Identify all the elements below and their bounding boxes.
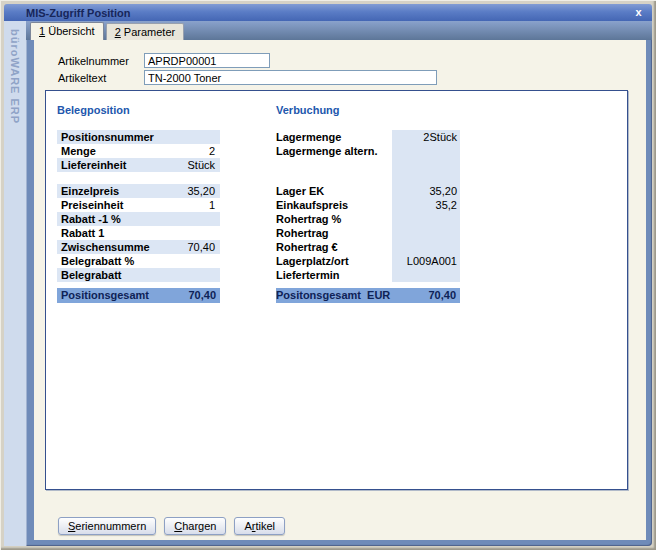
row-spacer <box>57 172 220 184</box>
row-label <box>276 158 392 172</box>
tab-uebersicht[interactable]: 1 Übersicht <box>30 22 104 40</box>
row-value <box>215 226 220 240</box>
row-value: 35,20 <box>187 184 220 198</box>
row-label: Liefertermin <box>276 268 392 282</box>
row-label: Belegrabatt <box>57 268 215 282</box>
table-row: Lager EK35,20 <box>276 184 460 198</box>
row-unit: Stück <box>429 130 457 144</box>
row-label: Rohertrag € <box>276 240 392 254</box>
app-window: MIS-Zugriff Position x büroWARE ERP 1 Üb… <box>0 0 656 550</box>
value-cell <box>392 268 460 282</box>
row-label: Positionsnummer <box>57 130 215 144</box>
row-label: Zwischensumme <box>57 240 187 254</box>
button-label: hargen <box>182 520 216 532</box>
table-row: Liefertermin <box>276 268 460 282</box>
detail-panel: Belegposition Positionsnummer Menge2 Lie… <box>45 90 628 490</box>
row-label: Einzelpreis <box>57 184 187 198</box>
row-value <box>392 226 457 240</box>
table-row: Rohertrag % <box>276 212 460 226</box>
button-label: A <box>244 520 251 532</box>
row-label: Rabatt 1 <box>57 226 215 240</box>
seriennummern-button[interactable]: Seriennummern <box>58 517 156 535</box>
row-value: 35,2 <box>392 198 457 212</box>
row-label: Lager EK <box>276 184 392 198</box>
value-cell: L009A001 <box>392 254 460 268</box>
value-cell <box>392 144 460 158</box>
row-label: Einkaufspreis <box>276 198 392 212</box>
belegposition-rows: Positionsnummer Menge2 LiefereinheitStüc… <box>57 130 220 282</box>
table-row: Einzelpreis35,20 <box>57 184 220 198</box>
field-row: Artikelnummer <box>58 52 646 69</box>
row-value: L009A001 <box>392 254 457 268</box>
row-value: 2 <box>392 130 429 144</box>
field-row: Artikeltext <box>58 69 646 86</box>
table-row: Einkaufspreis35,2 <box>276 198 460 212</box>
titlebar: MIS-Zugriff Position x <box>4 4 652 21</box>
artikelnummer-input[interactable] <box>144 53 270 68</box>
button-label: eriennummern <box>75 520 146 532</box>
value-cell: 35,2 <box>392 198 460 212</box>
row-value <box>392 212 457 226</box>
table-row: Lagermenge altern. <box>276 144 460 158</box>
value-cell <box>392 240 460 254</box>
section-title: Belegposition <box>57 104 220 118</box>
row-label: Lagermenge altern. <box>276 144 392 158</box>
row-value <box>392 240 457 254</box>
table-row: Rabatt 1 <box>57 226 220 240</box>
table-row: Lagerplatz/ortL009A001 <box>276 254 460 268</box>
value-cell <box>392 226 460 240</box>
table-row: Zwischensumme70,40 <box>57 240 220 254</box>
table-row: Lagermenge2Stück <box>276 130 460 144</box>
table-row <box>276 158 460 172</box>
section-belegposition: Belegposition Positionsnummer Menge2 Lie… <box>57 104 220 303</box>
row-value <box>392 268 457 282</box>
artikelnummer-label: Artikelnummer <box>58 55 144 67</box>
footer-buttons: Seriennummern Chargen Artikel <box>34 517 646 540</box>
chargen-button[interactable]: Chargen <box>164 517 226 535</box>
tab-label: Übersicht <box>45 25 95 37</box>
window-body: büroWARE ERP 1 Übersicht 2 Parameter Art… <box>4 21 652 546</box>
row-spacer <box>276 172 460 184</box>
row-value <box>392 144 457 158</box>
artikeltext-input[interactable] <box>144 70 437 85</box>
verbuchung-rows: Lagermenge2Stück Lagermenge altern. Lage… <box>276 130 460 282</box>
table-row: Belegrabatt % <box>57 254 220 268</box>
close-icon[interactable]: x <box>631 6 646 20</box>
brand-text: büroWARE ERP <box>9 29 21 124</box>
row-label: Lagermenge <box>276 130 392 144</box>
dialog-frame: 1 Übersicht 2 Parameter Artikelnummer Ar… <box>26 21 652 546</box>
row-value <box>392 158 457 172</box>
row-label: Preiseinheit <box>57 198 209 212</box>
table-row: Positionsnummer <box>57 130 220 144</box>
total-label: Positonsgesamt EUR <box>276 288 428 303</box>
row-label: Menge <box>57 144 209 158</box>
table-row: Rabatt -1 % <box>57 212 220 226</box>
window-title: MIS-Zugriff Position <box>26 7 130 19</box>
table-row: LiefereinheitStück <box>57 158 220 172</box>
section-verbuchung: Verbuchung Lagermenge2Stück Lagermenge a… <box>276 104 460 303</box>
row-value: 70,40 <box>187 240 220 254</box>
row-label: Belegrabatt % <box>57 254 215 268</box>
row-value: Stück <box>187 158 220 172</box>
total-row-verbuchung: Positonsgesamt EUR70,40 <box>276 288 460 303</box>
brand-strip: büroWARE ERP <box>4 21 26 546</box>
section-title: Verbuchung <box>276 104 460 118</box>
tab-parameter[interactable]: 2 Parameter <box>106 23 185 40</box>
table-row: Rohertrag <box>276 226 460 240</box>
row-label: Lagerplatz/ort <box>276 254 392 268</box>
header-fields: Artikelnummer Artikeltext <box>34 40 646 86</box>
row-value <box>215 254 220 268</box>
artikel-button[interactable]: Artikel <box>234 517 285 535</box>
value-cell: 2Stück <box>392 130 460 144</box>
row-value <box>215 212 220 226</box>
row-value: 35,20 <box>392 184 457 198</box>
table-row: Menge2 <box>57 144 220 158</box>
tab-content: Artikelnummer Artikeltext Belegposition … <box>34 40 646 540</box>
total-row-belegposition: Positionsgesamt70,40 <box>57 288 220 303</box>
row-label: Liefereinheit <box>57 158 187 172</box>
row-value: 2 <box>209 144 220 158</box>
value-cell: 35,20 <box>392 184 460 198</box>
tab-strip: 1 Übersicht 2 Parameter <box>26 21 652 40</box>
row-label: Rabatt -1 % <box>57 212 215 226</box>
table-row: Rohertrag € <box>276 240 460 254</box>
